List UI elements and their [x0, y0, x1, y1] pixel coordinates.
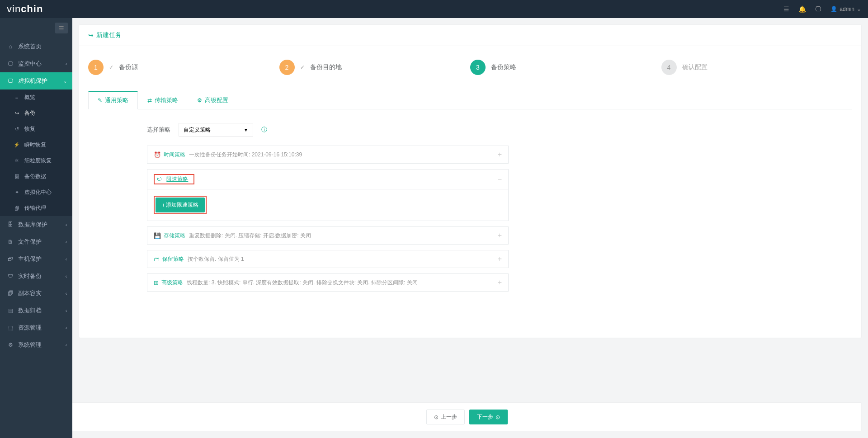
- panel-body: 1✓备份源 2✓备份目的地 3备份策略 4确认配置 ✎通用策略 ⇄传输策略 ⚙高…: [79, 46, 861, 338]
- grid-icon: ⊞: [154, 279, 159, 286]
- sub-restore[interactable]: ↺恢复: [0, 121, 72, 137]
- acc-title: 保留策略: [162, 255, 184, 263]
- sidebar-item-realtime-backup[interactable]: 🛡实时备份‹: [0, 268, 72, 285]
- minus-icon: −: [498, 175, 502, 184]
- tab-label: 通用策略: [105, 96, 128, 104]
- acc-speed-header[interactable]: ⏲ 限速策略 −: [147, 170, 508, 189]
- sub-granular-restore[interactable]: ⚛细粒度恢复: [0, 153, 72, 169]
- step-num: 4: [661, 60, 677, 75]
- sidebar-item-archive[interactable]: ▤数据归档‹: [0, 302, 72, 319]
- sidebar-item-vm-protect[interactable]: 🖵虚拟机保护⌄: [0, 72, 72, 89]
- user-menu[interactable]: 👤 admin ⌄: [830, 6, 861, 12]
- acc-storage-header[interactable]: 💾 存储策略 重复数据删除: 关闭. 压缩存储: 开启.数据加密: 关闭 +: [147, 227, 508, 244]
- sidebar-toggle-row: ☰: [0, 18, 72, 38]
- plus-icon: +: [498, 255, 502, 263]
- step-label: 确认配置: [682, 63, 708, 71]
- select-policy-row: 选择策略 自定义策略 ▼ ⓘ: [147, 123, 852, 137]
- step-num: 1: [88, 60, 104, 75]
- sub-backup[interactable]: ↪备份: [0, 105, 72, 121]
- sidebar-item-label: 资源管理: [18, 324, 42, 332]
- sub-item-label: 备份: [24, 109, 35, 117]
- chevron-down-icon: ⌄: [857, 6, 861, 12]
- monitor-icon[interactable]: 🖵: [815, 5, 821, 13]
- shield-icon: 🛡: [6, 273, 14, 279]
- step-policy: 3备份策略: [470, 60, 661, 75]
- sidebar-item-label: 数据归档: [18, 306, 42, 315]
- sidebar-item-label: 监控中心: [18, 60, 42, 68]
- acc-title: 存储策略: [164, 232, 185, 240]
- chevron-icon: ‹: [66, 274, 67, 279]
- tab-general[interactable]: ✎通用策略: [88, 91, 138, 109]
- chevron-icon: ‹: [66, 257, 67, 262]
- acc-desc: 线程数量: 3. 快照模式: 串行. 深度有效数据提取: 关闭. 排除交换文件块…: [187, 279, 498, 287]
- acc-storage-policy: 💾 存储策略 重复数据删除: 关闭. 压缩存储: 开启.数据加密: 关闭 +: [147, 226, 509, 245]
- bell-icon[interactable]: 🔔: [798, 5, 806, 13]
- sub-item-label: 虚拟化中心: [24, 188, 52, 196]
- info-icon[interactable]: ⓘ: [261, 126, 267, 134]
- panel: ↪ 新建任务 1✓备份源 2✓备份目的地 3备份策略 4确认配置 ✎通用策略 ⇄…: [79, 25, 861, 338]
- star-icon: ✦: [13, 189, 21, 195]
- acc-time-header[interactable]: ⏰ 时间策略 一次性备份任务开始时间: 2021-09-16 15:10:39 …: [147, 146, 508, 163]
- acc-advanced-header[interactable]: ⊞ 高级策略 线程数量: 3. 快照模式: 串行. 深度有效数据提取: 关闭. …: [147, 274, 508, 291]
- sidebar-item-label: 实时备份: [18, 272, 42, 280]
- arrow-right-icon: ⊙: [495, 414, 500, 420]
- step-source: 1✓备份源: [88, 60, 279, 75]
- acc-retain-policy: 🗃 保留策略 按个数保留. 保留值为 1 +: [147, 250, 509, 268]
- acc-retain-header[interactable]: 🗃 保留策略 按个数保留. 保留值为 1 +: [147, 250, 508, 268]
- acc-desc: 重复数据删除: 关闭. 压缩存储: 开启.数据加密: 关闭: [189, 232, 498, 240]
- sidebar-item-label: 系统首页: [18, 42, 42, 51]
- sub-virt-center[interactable]: ✦虚拟化中心: [0, 184, 72, 200]
- tab-advanced[interactable]: ⚙高级配置: [188, 91, 238, 109]
- sidebar-item-label: 副本容灾: [18, 289, 42, 297]
- sidebar-item-file-protect[interactable]: 🗎文件保护‹: [0, 233, 72, 250]
- host-icon: 🗗: [6, 256, 14, 262]
- sidebar-item-resource[interactable]: ⬚资源管理‹: [0, 319, 72, 336]
- sub-instant-restore[interactable]: ⚡瞬时恢复: [0, 137, 72, 153]
- wizard-footer: ⊙上一步 下一步⊙: [72, 403, 861, 431]
- sub-backup-data[interactable]: 🗄备份数据: [0, 169, 72, 184]
- list-icon[interactable]: ☰: [783, 5, 789, 13]
- tab-label: 高级配置: [205, 96, 228, 104]
- sub-item-label: 备份数据: [24, 173, 46, 180]
- restore-icon: ↺: [13, 126, 21, 132]
- archive-icon: ▤: [6, 307, 14, 314]
- plus-icon: +: [498, 231, 502, 240]
- select-policy-dropdown[interactable]: 自定义策略 ▼: [179, 123, 253, 137]
- check-icon: ✓: [300, 64, 305, 71]
- gear-icon: ⚙: [6, 342, 14, 348]
- add-speed-policy-button[interactable]: +添加限速策略: [156, 198, 205, 212]
- sub-transfer-agent[interactable]: 🗐传输代理: [0, 200, 72, 216]
- sidebar-item-db-protect[interactable]: 🗄数据库保护‹: [0, 216, 72, 233]
- sidebar-item-replica-dr[interactable]: 🗐副本容灾‹: [0, 285, 72, 302]
- step-num: 3: [470, 60, 486, 75]
- main-content: ↪ 新建任务 1✓备份源 2✓备份目的地 3备份策略 4确认配置 ✎通用策略 ⇄…: [72, 18, 868, 438]
- edit-icon: ✎: [98, 97, 102, 104]
- page-title: 新建任务: [96, 31, 122, 39]
- next-button[interactable]: 下一步⊙: [469, 410, 508, 424]
- db-icon: 🗄: [6, 221, 14, 228]
- monitor-icon: 🖵: [6, 61, 14, 67]
- prev-button[interactable]: ⊙上一步: [426, 410, 465, 424]
- sidebar-item-label: 系统管理: [18, 341, 42, 349]
- speed-title-highlight: ⏲ 限速策略: [154, 174, 194, 184]
- acc-advanced-policy: ⊞ 高级策略 线程数量: 3. 快照模式: 串行. 深度有效数据提取: 关闭. …: [147, 273, 509, 292]
- sidebar-item-home[interactable]: ⌂系统首页: [0, 38, 72, 55]
- sidebar-toggle[interactable]: ☰: [55, 23, 68, 33]
- step-label: 备份策略: [491, 63, 516, 71]
- vm-icon: 🖵: [6, 78, 14, 84]
- acc-title: 限速策略: [166, 176, 188, 182]
- sidebar-item-monitor[interactable]: 🖵监控中心‹: [0, 55, 72, 72]
- acc-desc: 按个数保留. 保留值为 1: [188, 255, 498, 263]
- btn-label: 添加限速策略: [166, 201, 198, 209]
- sub-overview[interactable]: ≡概览: [0, 89, 72, 105]
- arrow-left-icon: ⊙: [434, 414, 439, 420]
- topbar: vinchin ☰ 🔔 🖵 👤 admin ⌄: [0, 0, 868, 18]
- sub-item-label: 传输代理: [24, 204, 46, 212]
- atom-icon: ⚛: [13, 158, 21, 164]
- sidebar-item-host-protect[interactable]: 🗗主机保护‹: [0, 250, 72, 268]
- caret-down-icon: ▼: [244, 127, 248, 132]
- acc-time-policy: ⏰ 时间策略 一次性备份任务开始时间: 2021-09-16 15:10:39 …: [147, 146, 509, 164]
- sidebar-item-system[interactable]: ⚙系统管理‹: [0, 336, 72, 353]
- tab-transfer[interactable]: ⇄传输策略: [138, 91, 188, 109]
- user-name: admin: [840, 6, 854, 12]
